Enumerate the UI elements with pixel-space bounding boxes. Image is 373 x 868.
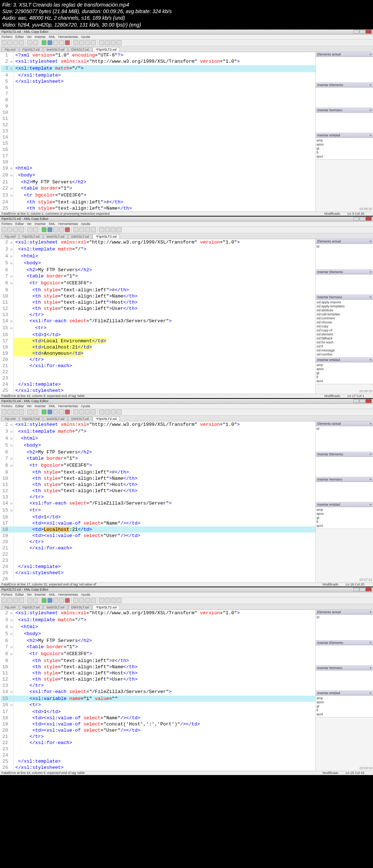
code-line[interactable]: 16 <td>1</td> [1, 514, 315, 520]
fold-icon[interactable] [9, 134, 14, 140]
panel-header[interactable]: Elemento actual× [316, 610, 373, 615]
toolbar-icon[interactable] [65, 598, 70, 603]
menu-item[interactable]: Fichero [1, 222, 12, 226]
code-line[interactable]: 2 <xsl:stylesheet xmlns:xsl="http://www.… [1, 421, 315, 428]
code-line[interactable]: 5 <body> [1, 631, 315, 638]
toolbar-icon[interactable] [7, 409, 12, 414]
panel-header[interactable]: Insertar hermano× [316, 477, 373, 482]
fold-icon[interactable] [9, 65, 14, 72]
code-line[interactable]: 25 </xsl:template> [1, 758, 315, 764]
toolbar-icon[interactable] [85, 227, 90, 232]
fold-icon[interactable] [9, 520, 14, 526]
code-line[interactable]: 9 <th style="text-align:left">#</th> [1, 658, 315, 664]
toolbar-icon[interactable] [33, 598, 38, 603]
fold-icon[interactable] [9, 689, 14, 696]
toolbar-icon[interactable] [7, 598, 12, 603]
menu-bar[interactable]: FicheroEditarVerInsertarXMLHerramientasA… [0, 592, 373, 598]
code-line[interactable]: 23 [1, 557, 315, 564]
code-line[interactable]: 9 [1, 103, 315, 109]
code-line[interactable]: 17 <td><xsl:value-of select="Name"/></td… [1, 520, 315, 526]
fold-icon[interactable] [9, 651, 14, 658]
file-tab[interactable]: DMXSLT.xsl [68, 234, 92, 239]
code-line[interactable]: 20 </tr> [1, 357, 315, 363]
code-line[interactable]: 14 <xsl:for-each select="/FileZilla3/Ser… [1, 318, 315, 325]
window-title-bar[interactable]: FtpXSLT2.xsl - XML Copy Editor [0, 587, 373, 592]
file-tab[interactable]: testXSLT.xsl [43, 605, 68, 610]
fold-icon[interactable] [9, 494, 14, 500]
fold-icon[interactable] [9, 507, 14, 514]
code-line[interactable]: 21 </tr> [1, 733, 315, 740]
code-line[interactable]: 3 <xsl:template match="/"> [1, 428, 315, 435]
fold-icon[interactable] [9, 752, 14, 758]
toolbar-icon[interactable] [65, 40, 70, 45]
code-line[interactable]: 23 <tr bgcolor="#CEE3F6"> [1, 192, 315, 199]
toolbar-icon[interactable] [117, 227, 122, 232]
fold-icon[interactable] [9, 122, 14, 128]
fold-icon[interactable] [9, 533, 14, 539]
code-line[interactable]: 15 <tr> [1, 507, 315, 514]
file-tab[interactable]: Ftp.xml [1, 234, 19, 239]
file-tab[interactable]: Ftp.xml [1, 605, 19, 610]
fold-icon[interactable] [9, 758, 14, 764]
fold-icon[interactable] [9, 350, 14, 357]
fold-icon[interactable] [9, 617, 14, 624]
menu-item[interactable]: Insertar [35, 593, 46, 596]
toolbar-icon[interactable] [91, 409, 96, 414]
toolbar-icon[interactable] [59, 227, 64, 232]
menu-item[interactable]: Fichero [1, 593, 12, 596]
panel-header[interactable]: Insertar entidad× [316, 358, 373, 362]
toolbar-icon[interactable] [85, 409, 90, 414]
file-tab[interactable]: testXSLT.xsl [43, 416, 68, 421]
fold-icon[interactable] [9, 514, 14, 520]
menu-item[interactable]: Editar [15, 593, 24, 596]
fold-icon[interactable] [9, 488, 14, 494]
code-line[interactable]: 20 <body> [1, 172, 315, 179]
code-line[interactable]: 6 <h2>My FTP Servers</h2> [1, 267, 315, 273]
fold-icon[interactable] [9, 500, 14, 507]
file-tab[interactable]: FtpXSLT.xsl [19, 416, 43, 421]
toolbar-icon[interactable] [85, 598, 90, 603]
fold-icon[interactable] [9, 624, 14, 631]
minimize-icon[interactable] [353, 30, 359, 34]
code-line[interactable]: 20 </tr> [1, 539, 315, 545]
file-tab[interactable]: DMXSLT.xsl [68, 47, 92, 52]
fold-icon[interactable] [9, 293, 14, 299]
code-line[interactable]: 10 <th style="text-align:left">Name</th> [1, 293, 315, 299]
panel-header[interactable]: Insertar Elemento× [316, 452, 373, 457]
toolbar-icon[interactable] [7, 40, 12, 45]
toolbar-icon[interactable] [111, 598, 116, 603]
fold-icon[interactable] [9, 312, 14, 318]
panel-header[interactable]: Insertar Elemento× [316, 270, 373, 275]
fold-icon[interactable] [9, 239, 14, 246]
code-line[interactable]: 13 </tr> [1, 312, 315, 318]
toolbar-icon[interactable] [91, 227, 96, 232]
toolbar-icon[interactable] [47, 227, 52, 232]
fold-icon[interactable] [9, 526, 14, 533]
fold-icon[interactable] [9, 273, 14, 280]
fold-icon[interactable] [9, 727, 14, 733]
toolbar-icon[interactable] [1, 227, 7, 232]
toolbar-icon[interactable] [79, 598, 84, 603]
toolbar-icon[interactable] [79, 227, 84, 232]
fold-icon[interactable] [9, 58, 14, 65]
fold-icon[interactable] [9, 545, 14, 551]
fold-icon[interactable] [9, 116, 14, 122]
toolbar-icon[interactable] [105, 40, 110, 45]
menu-item[interactable]: Fichero [1, 35, 12, 39]
fold-icon[interactable] [9, 369, 14, 375]
menu-bar[interactable]: FicheroEditarVerInsertarXMLHerramientasA… [0, 35, 373, 40]
maximize-icon[interactable] [360, 217, 365, 221]
minimize-icon[interactable] [353, 588, 359, 591]
fold-icon[interactable] [9, 103, 14, 109]
code-line[interactable]: 22 </xsl:for-each> [1, 740, 315, 746]
toolbar-icon[interactable] [65, 409, 70, 414]
code-line[interactable]: 16 <td>1</td> [1, 332, 315, 338]
menu-item[interactable]: Ayuda [81, 404, 90, 408]
code-line[interactable]: 8 <tr bgcolor="#CEE3F6"> [1, 462, 315, 469]
code-line[interactable]: 14 [1, 134, 315, 140]
minimize-icon[interactable] [353, 399, 359, 403]
menu-item[interactable]: Herramientas [58, 222, 78, 226]
window-title-bar[interactable]: FtpXSLT2.xsl - XML Copy Editor [0, 399, 373, 404]
code-line[interactable]: 25 </xsl:stylesheet> [1, 570, 315, 576]
fold-icon[interactable] [9, 299, 14, 305]
